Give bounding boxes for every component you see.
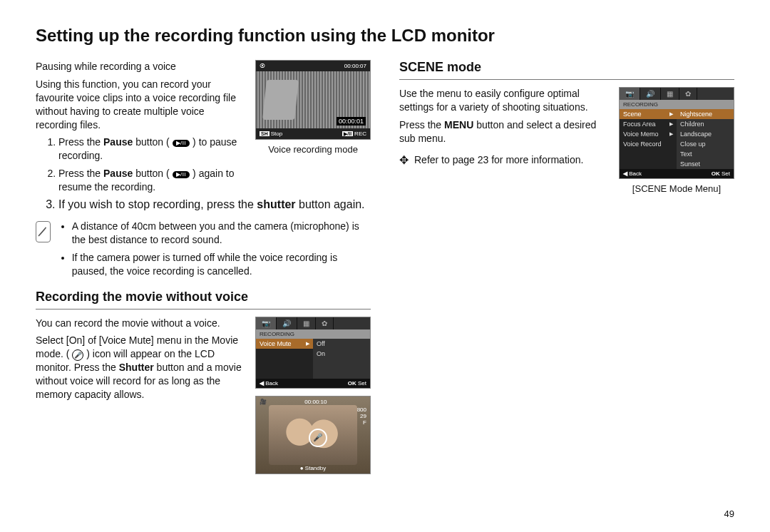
tab-sound-icon: 🔊 [277,317,297,329]
voice-recording-lcd: ⦿ 00:00:07 00:00:01 SHStop ▶/IIREC [255,60,371,155]
page-number: 49 [724,508,734,519]
movie-section-title: Recording the movie without voice [36,290,371,310]
pause-intro: Using this function, you can record your… [36,78,245,132]
preview-status: ● Standby [256,465,370,471]
movie-mode-icon: 🎥 [260,399,267,405]
note-icon [36,221,51,242]
preview-size: 800 [357,406,366,413]
scene-menu-figure: 📷 🔊 ▦ ✿ RECORDING Scene▶ Focus Area▶ Voi… [619,87,734,194]
pause-heading: Pausing while recording a voice [36,60,245,73]
tab-settings-icon: ✿ [679,88,697,100]
scene-option-text: Text [677,149,734,159]
menu-item-voice-memo: Voice Memo▶ [620,129,677,139]
mute-icon: 🎤 [72,349,83,361]
tab-sound-icon: 🔊 [640,88,661,100]
right-column: SCENE mode Use the menu to easily config… [399,60,734,474]
scene-option-closeup: Close up [677,139,734,149]
note-item-1: A distance of 40cm between you and the c… [72,220,371,247]
tab-display-icon: ▦ [661,88,679,100]
tab-camera-icon: 📷 [256,317,277,329]
scene-reference: Refer to page 23 for more information. [414,153,583,167]
left-column: Pausing while recording a voice Using th… [36,60,371,474]
scene-option-nightscene: Nightscene [677,109,734,119]
movie-p1: You can record the movie without a voice… [36,317,245,330]
scene-option-landscape: Landscape [677,129,734,139]
menu-heading: RECORDING [256,329,370,339]
preview-flash: F [357,419,366,426]
pause-step-1: Press the Pause button ( ▶/II ) to pause… [58,135,245,163]
menu-item-voice-record: Voice Record [620,139,677,149]
preview-time: 00:00:10 [304,399,327,405]
play-pause-icon: ▶/II [173,171,190,178]
tab-camera-icon: 📷 [620,88,640,100]
menu-footer-back: ◀ Back [623,170,642,177]
movie-p2: Select [On] of [Voice Mute] menu in the … [36,334,245,401]
menu-footer-back: ◀ Back [260,380,278,387]
scene-p2: Press the MENU button and select a desir… [399,118,609,145]
scene-p1: Use the menu to easily configure optimal… [399,87,609,114]
page-title: Setting up the recording function using … [36,26,734,46]
menu-footer-set: OK Set [348,380,366,387]
play-pause-icon: ▶/II [173,140,190,147]
lcd-elapsed: 00:00:07 [344,63,366,69]
lcd-footer-left: SHStop [260,131,282,137]
rec-icon: ⦿ [260,63,265,69]
scene-option-children: Children [677,119,734,129]
reference-icon: ✥ [399,153,409,168]
menu-item-scene: Scene▶ [620,109,677,119]
movie-preview-lcd: 🎥 00:00:10 800 29 F 🎤 ● Standby [255,396,371,474]
mute-overlay-icon: 🎤 [309,429,327,447]
menu-option-on: On [313,349,370,359]
lcd-footer-right: ▶/IIREC [342,131,366,137]
menu-footer-set: OK Set [712,170,730,177]
tab-settings-icon: ✿ [316,317,334,329]
scene-option-sunset: Sunset [677,159,734,169]
note-list: A distance of 40cm between you and the c… [58,220,371,282]
voice-mute-menu-lcd: 📷 🔊 ▦ ✿ RECORDING Voice Mute▶ [255,317,371,389]
microphone-icon [262,80,299,120]
menu-option-off: Off [313,339,370,349]
menu-item-voice-mute: Voice Mute▶ [256,339,313,349]
scene-section-title: SCENE mode [399,60,734,80]
scene-menu-caption: [SCENE Mode Menu] [619,183,734,194]
pause-step-2: Press the Pause button ( ▶/II ) again to… [58,167,245,194]
lcd-timer: 00:00:01 [337,117,366,126]
menu-heading: RECORDING [620,100,734,109]
voice-recording-caption: Voice recording mode [255,144,371,155]
tab-display-icon: ▦ [297,317,316,329]
preview-fps: 29 [357,413,366,419]
note-item-2: If the camera power is turned off while … [72,251,371,278]
menu-item-focus-area: Focus Area▶ [620,119,677,129]
pause-step-3: If you wish to stop recording, press the… [58,198,371,211]
